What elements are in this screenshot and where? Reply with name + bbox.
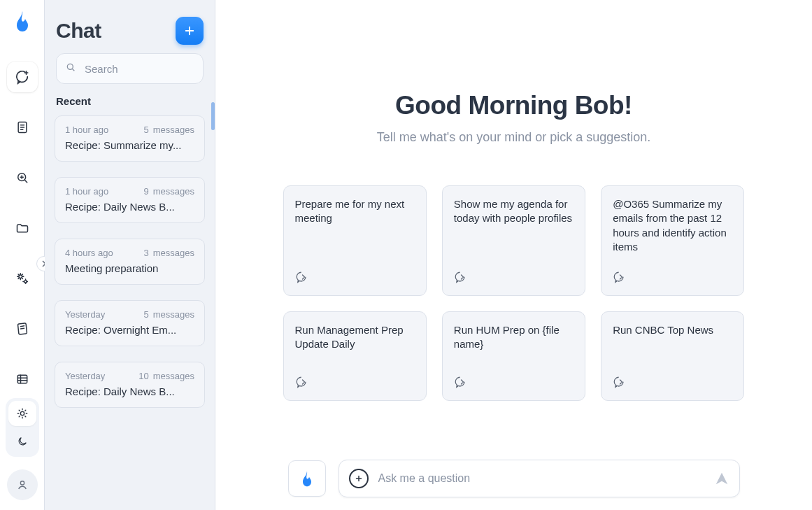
- conv-count-label: messages: [153, 125, 194, 135]
- notes-icon[interactable]: [7, 112, 38, 143]
- suggestion-text: Run HUM Prep on {file name}: [454, 323, 574, 352]
- chat-arrow-icon: [454, 271, 574, 287]
- theme-toggle-group: [6, 398, 39, 457]
- conv-count: 3: [144, 248, 149, 258]
- conversation-item[interactable]: 1 hour ago 9messages Recipe: Daily News …: [55, 177, 205, 223]
- suggestion-card[interactable]: @O365 Summarize my emails from the past …: [601, 185, 744, 296]
- user-avatar-icon[interactable]: [7, 469, 38, 500]
- conv-title: Chat: [56, 19, 101, 43]
- suggestion-text: @O365 Summarize my emails from the past …: [613, 197, 732, 254]
- rail-nav-icons: [7, 62, 38, 395]
- conv-count: 9: [144, 186, 149, 197]
- conv-count: 5: [144, 125, 149, 135]
- section-label-recent: Recent: [45, 91, 215, 115]
- conv-count-label: messages: [153, 309, 194, 320]
- hero: Good Morning Bob! Tell me what's on your…: [215, 0, 812, 145]
- add-attachment-icon[interactable]: [349, 469, 369, 488]
- svg-point-8: [67, 64, 73, 69]
- conv-time: Yesterday: [65, 309, 105, 320]
- chat-arrow-icon: [295, 376, 415, 392]
- search-box[interactable]: [56, 53, 204, 84]
- chat-arrow-icon: [613, 271, 732, 287]
- search-icon: [65, 62, 76, 76]
- conversations-panel: Chat Recent 1 hour ago 5messages Recipe:…: [45, 0, 215, 510]
- conv-count-label: messages: [153, 186, 194, 197]
- conv-count: 5: [144, 309, 149, 320]
- conversation-item[interactable]: Yesterday 10messages Recipe: Daily News …: [55, 362, 205, 408]
- chat-arrow-icon: [295, 271, 415, 287]
- scroll-indicator[interactable]: [211, 102, 215, 130]
- suggestion-text: Prepare me for my next meeting: [295, 197, 415, 226]
- suggestion-card[interactable]: Show me my agenda for today with people …: [442, 185, 585, 296]
- suggestion-card[interactable]: Run CNBC Top News: [601, 311, 744, 401]
- table-icon[interactable]: [7, 364, 38, 395]
- composer-logo-button[interactable]: [288, 460, 326, 497]
- suggestion-card[interactable]: Run Management Prep Update Daily: [283, 311, 427, 401]
- search-input[interactable]: [83, 62, 219, 76]
- suggestion-grid: Prepare me for my next meeting Show me m…: [283, 185, 745, 401]
- hero-title: Good Morning Bob!: [215, 91, 812, 120]
- conv-title-line: Recipe: Daily News B...: [65, 201, 194, 213]
- svg-point-6: [20, 411, 24, 415]
- conv-count-label: messages: [153, 371, 194, 381]
- icon-rail: [0, 0, 45, 510]
- search-zoom-icon[interactable]: [7, 162, 38, 193]
- rail-bottom: [0, 398, 44, 500]
- new-chat-button[interactable]: [176, 17, 204, 45]
- conversation-item[interactable]: 1 hour ago 5messages Recipe: Summarize m…: [55, 115, 205, 162]
- conv-count: 10: [138, 371, 148, 381]
- conv-time: 1 hour ago: [65, 125, 108, 135]
- conversation-item[interactable]: 4 hours ago 3messages Meeting preparatio…: [55, 239, 205, 285]
- gears-icon[interactable]: [7, 263, 38, 294]
- composer-input[interactable]: [377, 472, 706, 486]
- folder-icon[interactable]: [7, 213, 38, 243]
- svg-point-7: [20, 481, 24, 485]
- composer-box: [339, 460, 740, 497]
- suggestion-card[interactable]: Run HUM Prep on {file name}: [442, 311, 585, 401]
- conv-time: Yesterday: [65, 371, 105, 381]
- chat-arrow-icon: [613, 376, 732, 392]
- conv-time: 1 hour ago: [65, 186, 108, 197]
- suggestion-card[interactable]: Prepare me for my next meeting: [283, 185, 427, 296]
- conv-title-line: Recipe: Overnight Em...: [65, 324, 194, 336]
- moon-icon[interactable]: [8, 429, 36, 454]
- suggestion-text: Run Management Prep Update Daily: [295, 323, 415, 352]
- main-area: Good Morning Bob! Tell me what's on your…: [215, 0, 812, 510]
- sun-icon[interactable]: [8, 401, 36, 426]
- chat-add-icon[interactable]: [7, 62, 38, 92]
- chat-arrow-icon: [454, 376, 574, 392]
- hero-subtitle: Tell me what's on your mind or pick a su…: [215, 130, 812, 145]
- conversation-list: 1 hour ago 5messages Recipe: Summarize m…: [45, 115, 215, 510]
- flame-logo-icon: [13, 8, 32, 34]
- conv-time: 4 hours ago: [65, 248, 113, 258]
- suggestion-text: Show me my agenda for today with people …: [454, 197, 574, 226]
- suggestion-text: Run CNBC Top News: [613, 323, 732, 337]
- notebook-icon[interactable]: [7, 313, 38, 344]
- send-icon[interactable]: [714, 471, 729, 486]
- conv-title-line: Recipe: Daily News B...: [65, 385, 194, 397]
- conv-title-line: Recipe: Summarize my...: [65, 139, 194, 151]
- svg-rect-5: [17, 375, 27, 383]
- conversation-item[interactable]: Yesterday 5messages Recipe: Overnight Em…: [55, 300, 205, 346]
- conv-header: Chat: [45, 0, 215, 53]
- conv-count-label: messages: [153, 248, 194, 258]
- conv-title-line: Meeting preparation: [65, 262, 194, 274]
- composer: [215, 460, 812, 497]
